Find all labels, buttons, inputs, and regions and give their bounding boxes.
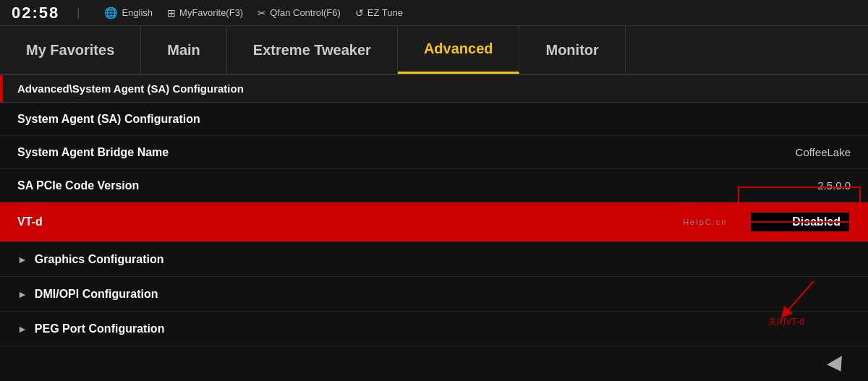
status-bar: 02:58 | 🌐 English ⊞ MyFavorite(F3) ✂ Qfa… xyxy=(0,0,868,26)
qfan-label: Qfan Control(F6) xyxy=(270,7,341,18)
arrow-icon: ► xyxy=(17,288,27,300)
row-sa-pcie: SA PCIe Code Version 2.5.0.0 xyxy=(0,169,868,202)
vt-d-label: VT-d xyxy=(17,215,705,228)
nav-advanced[interactable]: Advanced xyxy=(398,26,520,74)
row-sa-bridge: System Agent Bridge Name CoffeeLake xyxy=(0,136,868,169)
nav-monitor[interactable]: Monitor xyxy=(519,26,625,74)
row-vt-d[interactable]: VT-d HelpC.cn Disabled xyxy=(0,202,868,242)
arrow-icon: ► xyxy=(17,254,27,265)
dmi-label: DMI/OPI Configuration xyxy=(35,288,158,301)
language-label: English xyxy=(122,7,153,18)
section-peg-port[interactable]: ► PEG Port Configuration xyxy=(0,312,868,346)
fan-icon: ✂ xyxy=(258,7,266,19)
cursor-arrow xyxy=(827,356,848,376)
sa-pcie-label: SA PCIe Code Version xyxy=(17,179,749,192)
nav-my-favorites[interactable]: My Favorites xyxy=(0,26,141,74)
annotation-text: 关闭VT-d xyxy=(768,317,804,327)
myfavorite-item[interactable]: ⊞ MyFavorite(F3) xyxy=(167,7,243,19)
nav-bar: My Favorites Main Extreme Tweaker Advanc… xyxy=(0,26,868,75)
vt-d-value[interactable]: Disabled xyxy=(749,211,851,233)
eztune-label: EZ Tune xyxy=(367,7,403,18)
row-sa-config[interactable]: System Agent (SA) Configuration xyxy=(0,103,868,136)
annotation-arrow: 关闭VT-d xyxy=(741,274,828,332)
tune-icon: ↺ xyxy=(355,7,364,19)
nav-main[interactable]: Main xyxy=(141,26,227,74)
globe-icon: 🌐 xyxy=(104,7,118,20)
content-area: System Agent (SA) Configuration System A… xyxy=(0,103,868,346)
star-icon: ⊞ xyxy=(167,7,176,19)
peg-label: PEG Port Configuration xyxy=(35,322,165,335)
graphics-label: Graphics Configuration xyxy=(35,253,164,266)
status-items: 🌐 English ⊞ MyFavorite(F3) ✂ Qfan Contro… xyxy=(104,7,402,20)
sa-pcie-value: 2.5.0.0 xyxy=(749,179,851,192)
separator: | xyxy=(77,7,80,20)
breadcrumb: Advanced\System Agent (SA) Configuration xyxy=(0,75,868,103)
section-dmi-opi[interactable]: ► DMI/OPI Configuration xyxy=(0,277,868,312)
language-item[interactable]: 🌐 English xyxy=(104,7,153,20)
clock: 02:58 xyxy=(12,4,59,22)
eztune-item[interactable]: ↺ EZ Tune xyxy=(355,7,403,19)
nav-extreme-tweaker[interactable]: Extreme Tweaker xyxy=(227,26,398,74)
arrow-icon: ► xyxy=(17,323,27,335)
qfan-item[interactable]: ✂ Qfan Control(F6) xyxy=(258,7,341,19)
section-graphics[interactable]: ► Graphics Configuration xyxy=(0,242,868,277)
sa-config-label: System Agent (SA) Configuration xyxy=(17,113,749,126)
svg-line-0 xyxy=(785,281,814,314)
sa-bridge-label: System Agent Bridge Name xyxy=(17,146,749,159)
sa-bridge-value: CoffeeLake xyxy=(749,146,851,158)
myfavorite-label: MyFavorite(F3) xyxy=(179,7,243,18)
